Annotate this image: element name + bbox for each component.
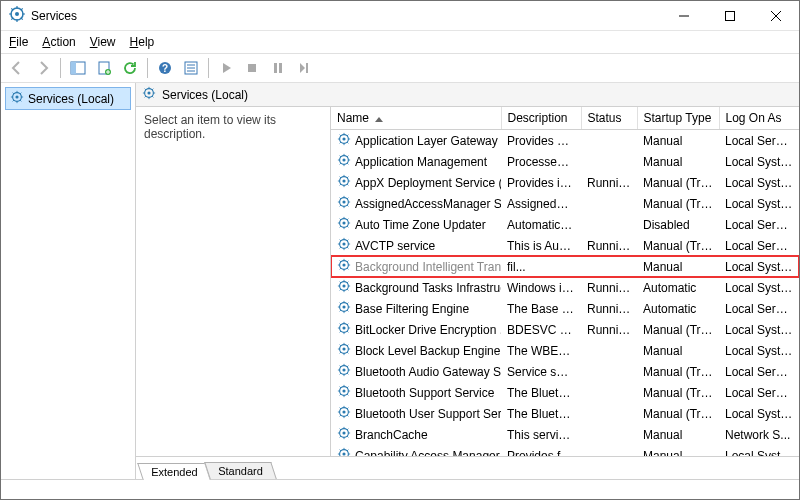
svg-text:?: ? (162, 63, 168, 74)
show-hide-tree-button[interactable] (66, 56, 90, 80)
service-logon: Local Syste... (719, 172, 799, 193)
description-prompt: Select an item to view its description. (144, 113, 276, 141)
table-row[interactable]: AppX Deployment Service (...Provides inf… (331, 172, 799, 193)
gear-icon (337, 426, 351, 443)
tab-extended[interactable]: Extended (137, 463, 211, 480)
menu-view[interactable]: View (90, 35, 116, 49)
table-row[interactable]: Capability Access Manager ...Provides fa… (331, 445, 799, 456)
service-desc: BDESVC hos... (501, 319, 581, 340)
service-status (581, 340, 637, 361)
service-startup: Manual (Trig... (637, 403, 719, 424)
col-startup[interactable]: Startup Type (637, 107, 719, 130)
service-logon: Local Syste... (719, 445, 799, 456)
close-button[interactable] (753, 1, 799, 31)
service-name: Capability Access Manager ... (355, 449, 501, 457)
service-desc: The Bluetoo... (501, 403, 581, 424)
service-status: Running (581, 172, 637, 193)
nav-item-services-local[interactable]: Services (Local) (5, 87, 131, 110)
service-name: AppX Deployment Service (... (355, 176, 501, 190)
table-row[interactable]: Application Layer Gateway ...Provides su… (331, 130, 799, 152)
col-name[interactable]: Name (331, 107, 501, 130)
pause-service-button[interactable] (266, 56, 290, 80)
menu-action[interactable]: Action (42, 35, 75, 49)
refresh-button[interactable] (118, 56, 142, 80)
table-row[interactable]: AssignedAccessManager Se...AssignedAc...… (331, 193, 799, 214)
table-row[interactable]: Bluetooth Support ServiceThe Bluetoo...M… (331, 382, 799, 403)
service-desc: The Bluetoo... (501, 382, 581, 403)
service-list[interactable]: Name Description Status Startup Type Log… (331, 107, 799, 456)
service-logon: Local Service (719, 298, 799, 319)
gear-icon (337, 258, 351, 275)
service-status (581, 361, 637, 382)
table-row[interactable]: Background Tasks Infrastruc...Windows in… (331, 277, 799, 298)
table-row[interactable]: BitLocker Drive Encryption ...BDESVC hos… (331, 319, 799, 340)
service-desc: Automatica... (501, 214, 581, 235)
minimize-button[interactable] (661, 1, 707, 31)
table-row[interactable]: Bluetooth User Support Ser...The Bluetoo… (331, 403, 799, 424)
gear-icon (337, 363, 351, 380)
gear-icon (337, 342, 351, 359)
service-desc: This service ... (501, 424, 581, 445)
service-logon: Local Syste... (719, 319, 799, 340)
nav-forward-button[interactable] (31, 56, 55, 80)
tab-standard[interactable]: Standard (205, 462, 277, 479)
service-name: Background Intelligent Transfer Service (355, 260, 501, 274)
menu-file[interactable]: File (9, 35, 28, 49)
table-row[interactable]: Block Level Backup Engine ...The WBENG..… (331, 340, 799, 361)
col-logon[interactable]: Log On As (719, 107, 799, 130)
service-status (581, 130, 637, 152)
service-status: Running (581, 319, 637, 340)
table-row[interactable]: Application ManagementProcesses in...Man… (331, 151, 799, 172)
service-name: Bluetooth User Support Ser... (355, 407, 501, 421)
gear-icon (337, 447, 351, 456)
service-status: Running (581, 235, 637, 256)
menu-help[interactable]: Help (130, 35, 155, 49)
service-startup: Manual (Trig... (637, 235, 719, 256)
col-status[interactable]: Status (581, 107, 637, 130)
toolbar: ? (1, 53, 799, 83)
svg-point-31 (342, 200, 345, 203)
service-startup: Manual (637, 340, 719, 361)
col-description[interactable]: Description (501, 107, 581, 130)
svg-rect-16 (248, 64, 256, 72)
content-header-label: Services (Local) (162, 88, 248, 102)
start-service-button[interactable] (214, 56, 238, 80)
table-row[interactable]: AVCTP serviceThis is Audi...RunningManua… (331, 235, 799, 256)
description-pane: Select an item to view its description. (136, 107, 331, 456)
table-row[interactable]: BranchCacheThis service ...ManualNetwork… (331, 424, 799, 445)
svg-point-1 (15, 12, 19, 16)
service-status (581, 214, 637, 235)
maximize-button[interactable] (707, 1, 753, 31)
service-desc: Windows in... (501, 277, 581, 298)
table-row[interactable]: Background Intelligent Transfer Servicef… (331, 256, 799, 277)
gear-icon (337, 174, 351, 191)
service-startup: Automatic (637, 277, 719, 298)
service-status (581, 193, 637, 214)
stop-service-button[interactable] (240, 56, 264, 80)
table-row[interactable]: Bluetooth Audio Gateway S...Service sup.… (331, 361, 799, 382)
service-startup: Manual (Trig... (637, 361, 719, 382)
help-button[interactable]: ? (153, 56, 177, 80)
table-row[interactable]: Base Filtering EngineThe Base Fil...Runn… (331, 298, 799, 319)
service-name: Application Layer Gateway ... (355, 134, 501, 148)
svg-point-29 (342, 179, 345, 182)
restart-service-button[interactable] (292, 56, 316, 80)
service-startup: Disabled (637, 214, 719, 235)
service-logon: Local Syste... (719, 193, 799, 214)
svg-point-25 (342, 137, 345, 140)
service-startup: Manual (Trig... (637, 193, 719, 214)
properties-button[interactable] (179, 56, 203, 80)
table-row[interactable]: Auto Time Zone UpdaterAutomatica...Disab… (331, 214, 799, 235)
service-status (581, 445, 637, 456)
export-list-button[interactable] (92, 56, 116, 80)
service-desc: This is Audi... (501, 235, 581, 256)
service-desc: Service sup... (501, 361, 581, 382)
nav-back-button[interactable] (5, 56, 29, 80)
service-status (581, 382, 637, 403)
gear-icon (337, 300, 351, 317)
gear-icon (337, 237, 351, 254)
menubar: File Action View Help (1, 31, 799, 53)
service-desc: fil... (501, 256, 581, 277)
svg-point-21 (15, 95, 18, 98)
service-startup: Manual (637, 424, 719, 445)
